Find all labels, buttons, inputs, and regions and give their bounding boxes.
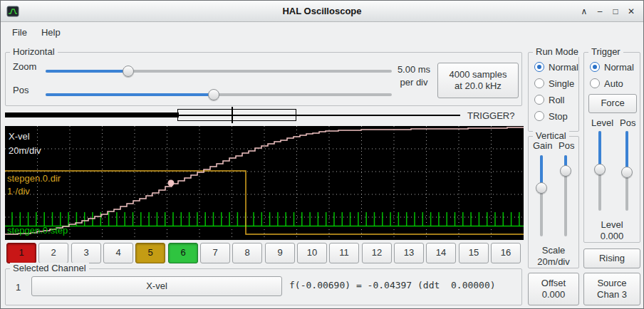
trigger-pos-handle[interactable] — [621, 167, 633, 178]
scope-dir-scale: 1·/div — [7, 186, 30, 197]
menu-file[interactable]: File — [5, 24, 34, 41]
radio-icon[interactable] — [534, 62, 544, 72]
zoom-label: Zoom — [13, 61, 36, 72]
scope-ch1-scale: 20m/div — [9, 145, 41, 156]
trigger-source-line2: Chan 3 — [597, 289, 627, 300]
hal-oscilloscope-window: HAL Oscilloscope ∧ – □ ✕ File Help Horiz… — [0, 0, 644, 309]
selected-channel-group-label: Selected Channel — [10, 263, 89, 273]
channel-button-5[interactable]: 5 — [135, 243, 165, 263]
scope-ch1-name: X-vel — [9, 131, 30, 142]
trigger-level-readout-label: Level — [584, 219, 640, 230]
close-icon[interactable]: ✕ — [625, 5, 638, 18]
force-button[interactable]: Force — [588, 94, 637, 113]
run-mode-group: Run Mode Normal Single Roll Stop — [528, 52, 579, 132]
channel-button-12[interactable]: 12 — [362, 243, 392, 263]
channel-button-10[interactable]: 10 — [297, 243, 327, 263]
channel-button-16[interactable]: 16 — [491, 243, 521, 263]
maximize-icon[interactable]: □ — [609, 5, 622, 18]
trigger-position-tick[interactable] — [232, 107, 233, 123]
radio-icon[interactable] — [534, 78, 544, 88]
selected-channel-number: 1 — [16, 282, 21, 293]
scope-display: X-vel 20m/div stepgen.0.dir 1·/div stepg… — [5, 126, 524, 240]
trigger-edge-button[interactable]: Rising — [583, 248, 640, 268]
shade-icon[interactable]: ∧ — [578, 5, 591, 18]
vertical-gain-label: Gain — [533, 140, 552, 151]
selected-channel-name: X-vel — [146, 281, 167, 292]
channel-button-1[interactable]: 1 — [6, 243, 36, 263]
channel-button-8[interactable]: 8 — [232, 243, 262, 263]
pos-slider-fill — [46, 93, 214, 96]
channel-button-4[interactable]: 4 — [103, 243, 133, 263]
zoom-slider-handle[interactable] — [123, 66, 134, 77]
trigger-normal[interactable]: Normal — [590, 60, 634, 74]
channel-button-9[interactable]: 9 — [265, 243, 295, 263]
minimize-icon[interactable]: – — [593, 5, 606, 18]
pos-slider[interactable] — [46, 89, 392, 100]
vertical-pos-slider[interactable] — [560, 155, 571, 236]
channel-button-6[interactable]: 6 — [168, 243, 198, 263]
scope-canvas — [5, 126, 524, 240]
record-window-box[interactable] — [177, 109, 296, 121]
trigger-pos-label: Pos — [620, 117, 635, 128]
window-title: HAL Oscilloscope — [1, 6, 643, 16]
offset-button[interactable]: Offset 0.000 — [528, 273, 579, 305]
selected-channel-readout: f(-0.00690) = -0.04397 (ddt 0.00000) — [289, 280, 496, 290]
channel-button-15[interactable]: 15 — [459, 243, 489, 263]
zoom-slider-fill — [46, 70, 128, 73]
horizontal-group-label: Horizontal — [10, 46, 58, 57]
record-filled-bar — [5, 112, 179, 117]
scope-dir-name: stepgen.0.dir — [7, 173, 61, 184]
titlebar[interactable]: HAL Oscilloscope ∧ – □ ✕ — [1, 1, 643, 22]
pos-slider-handle[interactable] — [208, 89, 219, 100]
run-mode-normal-label: Normal — [549, 62, 578, 73]
menu-help[interactable]: Help — [34, 24, 68, 41]
run-mode-roll[interactable]: Roll — [534, 93, 564, 107]
trigger-level-handle[interactable] — [594, 164, 606, 175]
trigger-source-line1: Source — [597, 278, 626, 289]
radio-icon[interactable] — [590, 62, 600, 72]
offset-line2: 0.000 — [542, 289, 566, 300]
selected-channel-name-button[interactable]: X-vel — [31, 276, 282, 296]
trigger-level-label: Level — [591, 117, 613, 128]
channel-button-13[interactable]: 13 — [394, 243, 424, 263]
channel-button-14[interactable]: 14 — [426, 243, 456, 263]
zoom-slider[interactable] — [46, 66, 392, 77]
samples-button[interactable]: 4000 samples at 20.0 kHz — [437, 63, 519, 98]
trigger-group-label: Trigger — [588, 46, 623, 57]
pos-label: Pos — [13, 85, 28, 95]
trigger-pos-slider[interactable] — [621, 131, 633, 211]
channel-button-11[interactable]: 11 — [329, 243, 359, 263]
rate-per-div-line1: 5.00 ms — [390, 64, 437, 75]
radio-icon[interactable] — [534, 95, 544, 105]
channel-button-2[interactable]: 2 — [38, 243, 68, 263]
trigger-status-label: TRIGGER? — [467, 110, 514, 121]
radio-icon[interactable] — [590, 78, 600, 88]
trigger-level-readout-value: 0.000 — [584, 231, 640, 241]
trigger-normal-label: Normal — [604, 62, 634, 73]
scope-step-name: stepgen.0.step — [7, 225, 68, 236]
trigger-source-button[interactable]: Source Chan 3 — [583, 273, 640, 305]
run-mode-normal[interactable]: Normal — [534, 60, 578, 74]
samples-line1: 4000 samples — [450, 69, 507, 80]
channel-button-3[interactable]: 3 — [71, 243, 101, 263]
vertical-group: Vertical Gain Pos Scale 20m/div — [528, 136, 579, 268]
offset-line1: Offset — [541, 278, 566, 289]
samples-line2: at 20.0 kHz — [455, 80, 502, 92]
trigger-level-slider[interactable] — [594, 131, 606, 211]
run-mode-single[interactable]: Single — [534, 76, 574, 90]
horizontal-group: Horizontal Zoom Pos 5.00 ms per div 4000… — [5, 52, 522, 106]
run-mode-group-label: Run Mode — [533, 46, 581, 57]
trigger-auto[interactable]: Auto — [590, 76, 623, 90]
run-mode-stop[interactable]: Stop — [534, 109, 568, 123]
gain-slider-handle[interactable] — [536, 182, 547, 194]
vertical-pos-handle[interactable] — [560, 165, 571, 177]
radio-icon[interactable] — [534, 111, 544, 121]
gain-slider[interactable] — [536, 155, 547, 236]
trigger-auto-label: Auto — [604, 78, 623, 89]
run-mode-stop-label: Stop — [549, 111, 568, 122]
channel-button-7[interactable]: 7 — [200, 243, 230, 263]
vertical-pos-label: Pos — [559, 140, 574, 151]
run-mode-roll-label: Roll — [549, 95, 564, 105]
trigger-edge-label: Rising — [599, 253, 625, 264]
app-icon — [6, 6, 19, 17]
